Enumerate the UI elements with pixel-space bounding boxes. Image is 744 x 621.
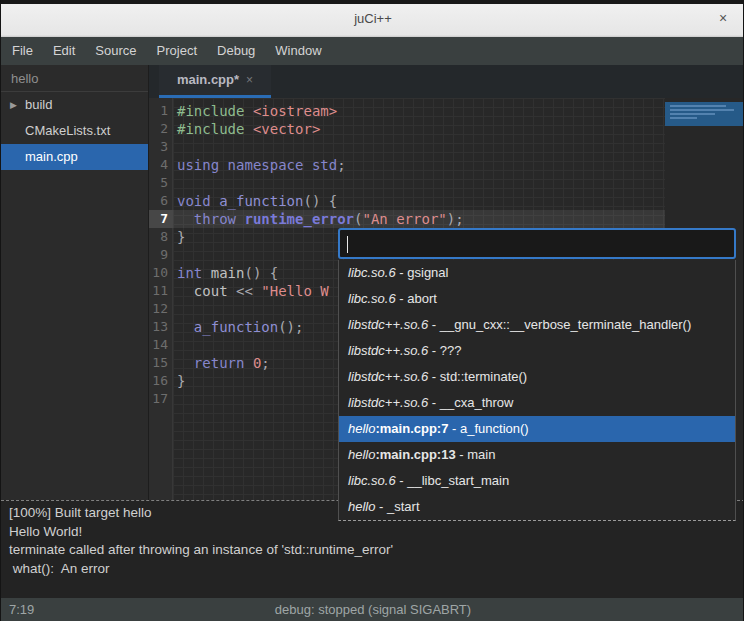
- code-line[interactable]: }: [177, 372, 185, 390]
- code-line[interactable]: throw runtime_error("An error");: [177, 210, 464, 228]
- separator: -: [456, 447, 468, 462]
- sidebar-item-main-cpp[interactable]: main.cpp: [1, 144, 148, 170]
- menu-item-project[interactable]: Project: [147, 37, 207, 65]
- file-label: build: [25, 92, 52, 118]
- code-line[interactable]: }: [177, 228, 185, 246]
- stack-frame-item[interactable]: libstdc++.so.6 - __gnu_cxx::__verbose_te…: [339, 312, 735, 338]
- line-number: 7: [149, 210, 173, 228]
- tab-bar: main.cpp*×: [149, 65, 744, 98]
- stack-trace-list: libc.so.6 - gsignallibc.so.6 - abortlibs…: [338, 260, 736, 521]
- file-label: main.cpp: [25, 144, 78, 170]
- menu-item-debug[interactable]: Debug: [207, 37, 265, 65]
- separator: -: [396, 265, 408, 280]
- code-token: [177, 355, 194, 371]
- line-number: 6: [149, 192, 173, 210]
- line-number: 14: [149, 336, 173, 354]
- code-token: [303, 157, 311, 173]
- stack-frame-item[interactable]: hello:main.cpp:13 - main: [339, 442, 735, 468]
- stack-frame-item[interactable]: hello:main.cpp:7 - a_function(): [339, 416, 735, 442]
- app-window: juCi++ × FileEditSourceProjectDebugWindo…: [0, 0, 744, 621]
- function-name: __cxa_throw: [440, 395, 514, 410]
- output-line: terminate called after throwing an insta…: [9, 541, 737, 560]
- code-line[interactable]: #include <vector>: [177, 120, 320, 138]
- code-line[interactable]: #include <iostream>: [177, 102, 337, 120]
- code-token: main: [211, 265, 245, 281]
- expander-triangle-icon[interactable]: ▶: [10, 92, 17, 118]
- stack-frame-item[interactable]: libc.so.6 - __libc_start_main: [339, 468, 735, 494]
- code-token: throw: [194, 211, 236, 227]
- code-token: ();: [278, 319, 303, 335]
- code-line[interactable]: int main() {: [177, 264, 278, 282]
- tooltip-text-line: [670, 105, 726, 107]
- menu-item-source[interactable]: Source: [85, 37, 146, 65]
- output-line: Hello World!: [9, 523, 737, 542]
- tab-main-cpp[interactable]: main.cpp*×: [159, 65, 271, 98]
- code-line[interactable]: return 0;: [177, 354, 270, 372]
- separator: -: [448, 421, 460, 436]
- sidebar-item-cmakelists-txt[interactable]: CMakeLists.txt: [1, 118, 148, 144]
- file-tree: ▶buildCMakeLists.txtmain.cpp: [1, 92, 148, 170]
- tooltip-text-line: [670, 109, 734, 111]
- debug-tooltip: [665, 102, 744, 126]
- code-token: "Hello W: [261, 283, 328, 299]
- library-name: libc.so.6: [348, 291, 396, 306]
- function-name: std::terminate(): [440, 369, 527, 384]
- status-bar: 7:19 debug: stopped (signal SIGABRT): [1, 598, 744, 621]
- source-location: :main.cpp:13: [375, 447, 455, 462]
- line-number: 16: [149, 372, 173, 390]
- project-sidebar: hello ▶buildCMakeLists.txtmain.cpp: [1, 65, 149, 500]
- code-token: runtime_error: [244, 211, 354, 227]
- menu-item-file[interactable]: File: [2, 37, 43, 65]
- code-token: a_function: [219, 193, 303, 209]
- line-number: 5: [149, 174, 173, 192]
- code-token: cout: [194, 283, 228, 299]
- function-name: ???: [440, 343, 462, 358]
- code-token: [219, 157, 227, 173]
- function-name: abort: [407, 291, 437, 306]
- line-number: 11: [149, 282, 173, 300]
- code-token: #include: [177, 121, 244, 137]
- function-name: __libc_start_main: [407, 473, 509, 488]
- library-name: libstdc++.so.6: [348, 343, 428, 358]
- code-token: }: [177, 229, 185, 245]
- code-token: [177, 211, 194, 227]
- tooltip-text-line: [670, 117, 697, 119]
- sidebar-item-build[interactable]: ▶build: [1, 92, 148, 118]
- code-token: <<: [228, 283, 262, 299]
- tab-label: main.cpp*: [177, 72, 239, 87]
- output-line: what(): An error: [9, 560, 737, 579]
- code-line[interactable]: void a_function() {: [177, 192, 337, 210]
- stack-frame-item[interactable]: libstdc++.so.6 - std::terminate(): [339, 364, 735, 390]
- code-token: namespace: [228, 157, 304, 173]
- code-line[interactable]: a_function();: [177, 318, 303, 336]
- window-close-icon[interactable]: ×: [714, 9, 732, 27]
- stack-frame-item[interactable]: libc.so.6 - gsignal: [339, 260, 735, 286]
- code-token: () {: [303, 193, 337, 209]
- line-number: 15: [149, 354, 173, 372]
- library-name: hello: [348, 499, 375, 514]
- tab-close-icon[interactable]: ×: [246, 73, 253, 87]
- library-name: libstdc++.so.6: [348, 317, 428, 332]
- file-label: CMakeLists.txt: [25, 118, 110, 144]
- code-token: #include: [177, 103, 244, 119]
- line-number: 8: [149, 228, 173, 246]
- title-bar: juCi++ ×: [1, 0, 744, 37]
- stack-trace-search-input[interactable]: [338, 228, 736, 259]
- code-line[interactable]: cout << "Hello W: [177, 282, 329, 300]
- stack-frame-item[interactable]: hello - _start: [339, 494, 735, 520]
- stack-frame-item[interactable]: libstdc++.so.6 - __cxa_throw: [339, 390, 735, 416]
- code-token: [244, 355, 252, 371]
- code-line[interactable]: using namespace std;: [177, 156, 346, 174]
- line-number: 12: [149, 300, 173, 318]
- code-token: [177, 283, 194, 299]
- line-number: 2: [149, 120, 173, 138]
- stack-frame-item[interactable]: libstdc++.so.6 - ???: [339, 338, 735, 364]
- function-name: __gnu_cxx::__verbose_terminate_handler(): [440, 317, 692, 332]
- line-number: 3: [149, 138, 173, 156]
- menu-bar: FileEditSourceProjectDebugWindow: [1, 37, 744, 65]
- menu-item-window[interactable]: Window: [265, 37, 331, 65]
- source-location: :main.cpp:7: [375, 421, 448, 436]
- code-token: );: [447, 211, 464, 227]
- stack-frame-item[interactable]: libc.so.6 - abort: [339, 286, 735, 312]
- menu-item-edit[interactable]: Edit: [43, 37, 85, 65]
